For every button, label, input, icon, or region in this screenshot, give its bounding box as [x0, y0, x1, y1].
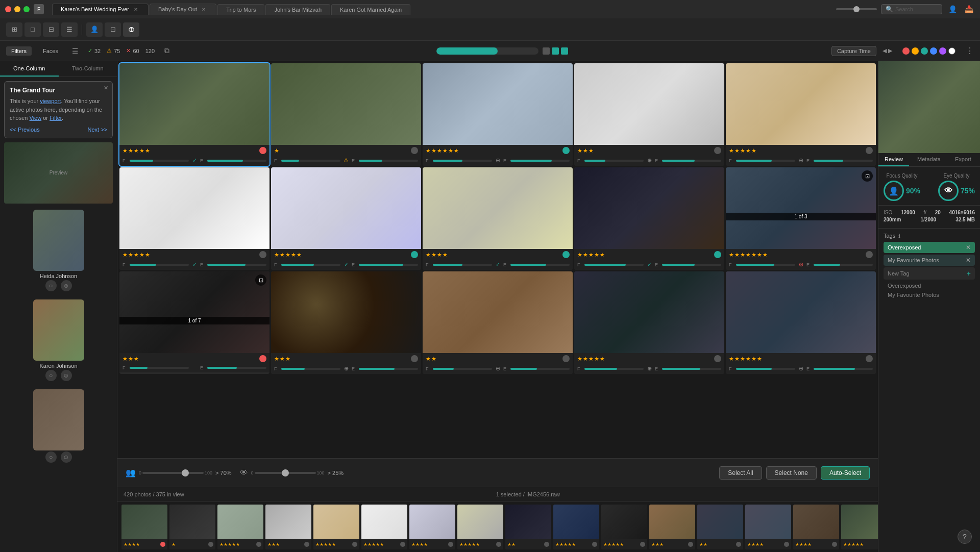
- filterbar-menu-icon[interactable]: ⋮: [966, 46, 974, 56]
- new-tag-input[interactable]: New Tag +: [884, 267, 975, 280]
- tag-remove-icon[interactable]: ✕: [966, 257, 971, 264]
- face-detect-button[interactable]: 👤: [86, 22, 103, 37]
- tags-info-icon[interactable]: ℹ: [898, 233, 900, 239]
- photo-cell[interactable]: ★ F ⚠ E: [271, 63, 421, 166]
- film-cell[interactable]: ★★★★: [121, 505, 167, 549]
- tour-next-button[interactable]: Next >>: [87, 127, 107, 133]
- one-column-tab[interactable]: One-Column: [0, 61, 59, 77]
- export-tab[interactable]: Export: [949, 153, 977, 166]
- tab-baby-day-out[interactable]: Baby's Day Out ✕: [150, 4, 216, 15]
- tag-remove-icon[interactable]: ✕: [966, 244, 971, 251]
- faces-tab[interactable]: Faces: [38, 46, 63, 56]
- photo-cell[interactable]: ★★★ F ⊕ E: [271, 271, 421, 374]
- add-tag-icon[interactable]: +: [967, 269, 971, 278]
- film-cell[interactable]: ★★★★★: [217, 505, 263, 549]
- account-icon[interactable]: 👤: [946, 3, 959, 15]
- filters-tab[interactable]: Filters: [6, 46, 32, 56]
- yellow-filter[interactable]: [912, 47, 919, 55]
- face-accept-icon[interactable]: ☺: [61, 370, 72, 381]
- compare-view-button[interactable]: ⊟: [43, 22, 59, 37]
- green-filter[interactable]: [921, 47, 928, 55]
- filter-menu-icon[interactable]: ☰: [69, 45, 82, 57]
- white-filter[interactable]: [948, 47, 955, 55]
- two-column-tab[interactable]: Two-Column: [59, 61, 117, 77]
- tab-john-bar[interactable]: John's Bar Mitzvah: [265, 4, 330, 15]
- photo-cell[interactable]: 1 of 7 ⊡ ★★★ F E: [119, 271, 270, 374]
- capture-time-button[interactable]: Capture Time: [831, 46, 876, 56]
- photo-cell[interactable]: ★★ F ⊕ E: [423, 271, 573, 374]
- tooltip-close-icon[interactable]: ✕: [104, 85, 108, 91]
- photo-cell[interactable]: ★★★★★★ F ⊕ E: [726, 271, 876, 374]
- face-reject-icon[interactable]: ○: [45, 451, 57, 463]
- filter-link[interactable]: Filter: [50, 115, 62, 121]
- photo-cell[interactable]: ★★★★★ F ✓ E: [271, 167, 421, 270]
- list-view-button[interactable]: ☰: [61, 22, 78, 37]
- photo-cell[interactable]: ★★★★★ F ✓ E: [119, 63, 270, 166]
- help-button[interactable]: ?: [958, 530, 972, 544]
- film-cell[interactable]: ★★★★: [745, 505, 791, 549]
- film-cell[interactable]: ★★★★★: [313, 505, 359, 549]
- stack-icon[interactable]: ⧉: [161, 45, 173, 57]
- photo-cell[interactable]: ★★★★★ F ⊕ E: [574, 271, 724, 374]
- dot-3[interactable]: [561, 47, 568, 55]
- grid-view-button[interactable]: ⊞: [6, 22, 22, 37]
- film-cell[interactable]: ★★★★: [793, 505, 839, 549]
- overlay-button[interactable]: ⊡: [105, 22, 121, 37]
- tag-suggestion-overexposed[interactable]: Overexposed: [884, 281, 975, 290]
- fullscreen-button[interactable]: [23, 6, 30, 12]
- tour-prev-button[interactable]: << Previous: [10, 127, 40, 133]
- film-cell[interactable]: ★★★★★: [553, 505, 599, 549]
- photo-cell[interactable]: ★★★★ F ✓ E: [423, 167, 573, 270]
- zoom-slider[interactable]: [836, 8, 877, 10]
- review-tab[interactable]: Review: [878, 153, 909, 166]
- photo-cell[interactable]: ★★★★★ F ✓ E: [574, 167, 724, 270]
- purple-filter[interactable]: [939, 47, 946, 55]
- film-cell[interactable]: ★★★★★: [457, 505, 503, 549]
- people-slider[interactable]: [142, 472, 204, 474]
- metadata-tab[interactable]: Metadata: [911, 153, 947, 166]
- film-cell[interactable]: ★★★: [265, 505, 311, 549]
- select-none-button[interactable]: Select None: [766, 466, 817, 480]
- blue-filter[interactable]: [930, 47, 937, 55]
- view-link[interactable]: View: [30, 115, 42, 121]
- search-input[interactable]: 🔍 Search: [881, 4, 942, 14]
- face-accept-icon[interactable]: ☺: [61, 451, 72, 463]
- badge-button[interactable]: ⓵: [123, 22, 139, 37]
- face-reject-icon[interactable]: ○: [45, 370, 57, 381]
- photo-cell[interactable]: ★★★★★★ F ⊕ E: [423, 63, 573, 166]
- settings-icon[interactable]: 📥: [963, 3, 975, 15]
- red-filter[interactable]: [902, 47, 910, 55]
- face-avatar-karen[interactable]: [33, 299, 84, 361]
- tab-karen-married[interactable]: Karen Got Married Again: [331, 4, 410, 15]
- photo-cell[interactable]: ★★★★★ F ⊕ E: [726, 63, 876, 166]
- eye-slider-thumb[interactable]: [282, 469, 289, 476]
- photo-cell[interactable]: ★★★ F ⊕ E: [574, 63, 724, 166]
- people-slider-thumb[interactable]: [182, 469, 189, 476]
- tag-suggestion-favourite[interactable]: My Favourite Photos: [884, 290, 975, 299]
- auto-select-button[interactable]: Auto-Select: [821, 466, 870, 480]
- tab-close-icon[interactable]: ✕: [134, 7, 140, 13]
- face-avatar-unknown[interactable]: [33, 389, 84, 450]
- film-cell[interactable]: ★★★★★: [841, 505, 878, 549]
- photo-cell[interactable]: 1 of 3 ⊡ ★★★★★★★ F ⊗ E: [726, 167, 876, 270]
- face-accept-icon[interactable]: ☺: [61, 280, 72, 291]
- film-cell[interactable]: ★★★: [649, 505, 695, 549]
- film-cell[interactable]: ★★: [697, 505, 743, 549]
- dot-2[interactable]: [552, 47, 559, 55]
- photo-cell[interactable]: ★★★★★ F ✓ E: [119, 167, 270, 270]
- film-cell[interactable]: ★★: [505, 505, 551, 549]
- tab-close-icon[interactable]: ✕: [202, 7, 208, 13]
- film-cell[interactable]: ★★★★★: [361, 505, 407, 549]
- minimize-button[interactable]: [14, 6, 20, 12]
- face-reject-icon[interactable]: ○: [45, 280, 57, 291]
- film-cell[interactable]: ★: [169, 505, 215, 549]
- single-view-button[interactable]: □: [24, 22, 41, 37]
- dot-1[interactable]: [543, 47, 550, 55]
- eye-slider[interactable]: [255, 472, 316, 474]
- film-cell[interactable]: ★★★★: [409, 505, 455, 549]
- close-button[interactable]: [5, 6, 11, 12]
- face-avatar-heida[interactable]: [33, 210, 84, 271]
- viewport-link[interactable]: viewport: [40, 98, 61, 104]
- tab-trip-mars[interactable]: Trip to Mars: [217, 4, 264, 15]
- select-all-button[interactable]: Select All: [719, 466, 762, 480]
